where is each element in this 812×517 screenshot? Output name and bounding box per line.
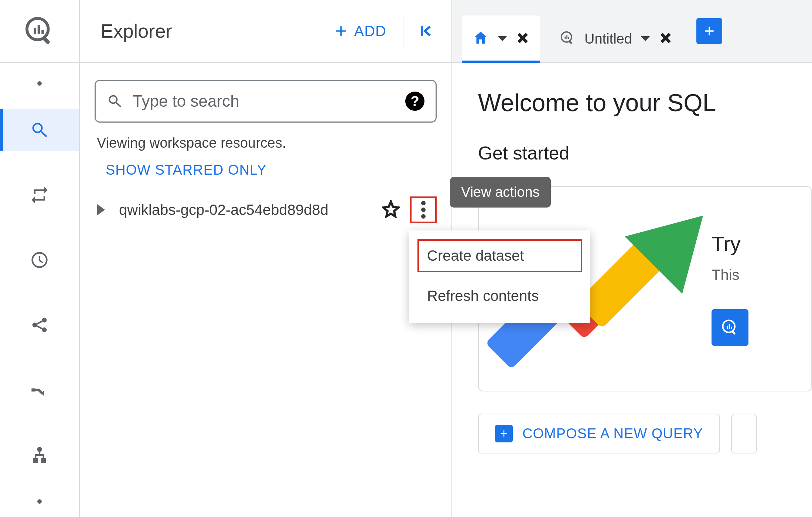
svg-rect-18 <box>568 37 569 39</box>
welcome-heading: Welcome to your SQL <box>478 89 812 117</box>
kebab-icon <box>421 201 426 219</box>
search-help-icon[interactable]: ? <box>405 92 424 111</box>
rail-search[interactable] <box>0 109 79 151</box>
share-icon <box>30 315 49 335</box>
plus-icon <box>333 23 349 39</box>
project-name: qwiklabs-gcp-02-ac54ebd89d8d <box>119 202 382 218</box>
compose-query-button[interactable]: COMPOSE A NEW QUERY <box>478 414 720 453</box>
clock-icon <box>30 250 49 270</box>
run-query-button[interactable] <box>712 309 748 346</box>
header-divider <box>403 14 403 48</box>
bigquery-logo <box>0 0 79 63</box>
svg-point-13 <box>421 208 426 212</box>
left-icon-rail <box>0 0 80 517</box>
view-actions-tooltip: View actions <box>450 177 551 208</box>
svg-rect-23 <box>731 327 732 329</box>
collapse-left-icon <box>417 22 434 40</box>
rail-share[interactable] <box>0 304 79 346</box>
svg-point-14 <box>421 214 426 219</box>
rail-pipelines[interactable] <box>0 369 79 411</box>
add-button[interactable]: ADD <box>324 18 395 44</box>
collapse-panel-button[interactable] <box>411 22 440 40</box>
bigquery-logo-icon <box>24 16 55 47</box>
expand-caret-icon[interactable] <box>97 204 105 216</box>
compose-query-label: COMPOSE A NEW QUERY <box>522 426 703 442</box>
svg-rect-16 <box>564 37 566 39</box>
bigquery-run-icon <box>720 318 740 337</box>
menu-refresh-contents[interactable]: Refresh contents <box>409 277 590 315</box>
add-button-label: ADD <box>354 23 386 40</box>
svg-point-7 <box>42 328 47 332</box>
svg-point-6 <box>42 318 47 323</box>
tab-untitled[interactable]: Untitled <box>549 16 683 62</box>
svg-rect-11 <box>41 458 46 463</box>
svg-rect-3 <box>41 30 44 34</box>
rail-transfer[interactable] <box>0 174 79 216</box>
compose-row: COMPOSE A NEW QUERY <box>478 414 812 453</box>
tree-icon <box>30 445 49 465</box>
tabstrip: Untitled <box>452 0 812 63</box>
explorer-body: ? Viewing workspace resources. SHOW STAR… <box>80 63 451 223</box>
svg-rect-21 <box>727 326 728 329</box>
rail-dot-top <box>37 81 42 86</box>
secondary-action-button[interactable] <box>731 414 757 453</box>
svg-point-9 <box>37 447 42 452</box>
project-row[interactable]: qwiklabs-gcp-02-ac54ebd89d8d <box>95 196 437 223</box>
svg-point-5 <box>33 323 37 328</box>
rail-lineage[interactable] <box>0 434 79 476</box>
svg-rect-22 <box>729 324 730 329</box>
new-tab-button[interactable] <box>696 18 722 44</box>
rail-items <box>0 63 79 504</box>
search-box[interactable]: ? <box>95 80 437 123</box>
plus-badge-icon <box>495 425 513 442</box>
tab-home-caret-icon[interactable] <box>498 36 507 41</box>
tab-home[interactable] <box>462 16 540 62</box>
svg-rect-10 <box>33 458 38 463</box>
tab-untitled-label: Untitled <box>584 31 632 47</box>
search-icon <box>107 93 123 109</box>
home-icon <box>472 30 489 48</box>
view-actions-button[interactable] <box>410 196 437 223</box>
viewing-resources-text: Viewing workspace resources. <box>97 135 437 151</box>
svg-rect-8 <box>31 388 35 392</box>
tab-untitled-close-button[interactable] <box>659 31 673 47</box>
rail-history[interactable] <box>0 239 79 281</box>
explorer-title: Explorer <box>100 20 317 42</box>
tab-untitled-caret-icon[interactable] <box>641 36 650 41</box>
get-started-heading: Get started <box>478 143 812 164</box>
explorer-header: Explorer ADD <box>80 0 451 63</box>
transfer-icon <box>30 185 49 205</box>
try-card-subtitle: This <box>712 267 748 283</box>
rail-dot-bottom <box>37 499 42 504</box>
star-outline-icon <box>382 200 400 218</box>
pipeline-icon <box>30 380 49 400</box>
svg-rect-2 <box>38 25 40 34</box>
explorer-panel: Explorer ADD ? Viewing workspace resourc… <box>80 0 452 517</box>
svg-rect-17 <box>566 35 567 39</box>
tab-home-close-button[interactable] <box>516 31 530 47</box>
svg-point-12 <box>421 201 426 205</box>
bigquery-tab-icon <box>559 30 576 48</box>
menu-create-dataset[interactable]: Create dataset <box>417 239 583 273</box>
search-input[interactable] <box>133 92 396 110</box>
search-icon <box>30 120 49 140</box>
view-actions-menu: Create dataset Refresh contents <box>409 230 590 323</box>
show-starred-button[interactable]: SHOW STARRED ONLY <box>106 162 437 178</box>
plus-icon <box>702 24 717 38</box>
star-button[interactable] <box>382 200 400 219</box>
svg-rect-1 <box>34 28 36 34</box>
